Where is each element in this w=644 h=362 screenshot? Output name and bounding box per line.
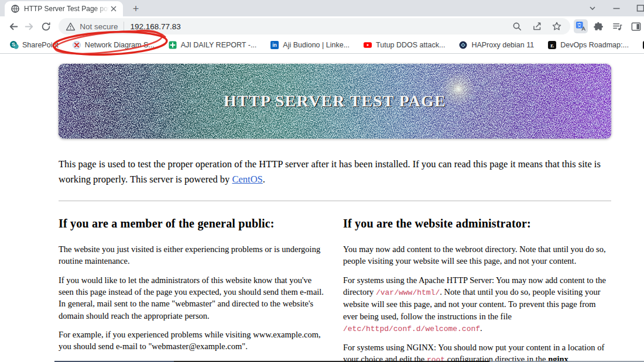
svg-text:S: S	[12, 42, 15, 47]
admin-paragraph-2: For systems using the Apache HTTP Server…	[343, 274, 611, 335]
bookmark-haproxy[interactable]: HAProxy debian 11	[454, 39, 539, 51]
bookmark-network-diagram[interactable]: Network Diagram S...	[67, 39, 159, 51]
website-administrator-section: If you are the website administrator: Yo…	[343, 217, 611, 362]
intro-text: This page is used to test the proper ope…	[59, 158, 601, 185]
maximize-icon[interactable]	[636, 4, 644, 13]
google-translate-icon[interactable]	[574, 19, 588, 33]
public-section-heading: If you are a member of the general publi…	[59, 217, 327, 230]
bookmark-docker-roadmap[interactable]: r. Docker Roadmap -...	[638, 39, 644, 51]
svg-text:r.: r.	[550, 42, 554, 48]
bookmark-aji-daily-report[interactable]: AJI DAILY REPORT -...	[163, 39, 262, 51]
globe-favicon-icon	[11, 4, 20, 13]
bookmark-label: Network Diagram S...	[85, 41, 155, 49]
admin-section-heading: If you are the website administrator:	[343, 217, 611, 230]
intro-paragraph: This page is used to test the proper ope…	[59, 157, 611, 187]
google-sheets-icon	[168, 40, 177, 50]
general-public-section: If you are a member of the general publi…	[59, 217, 327, 362]
bookmark-label: DevOps Roadmap:...	[560, 41, 629, 49]
share-icon[interactable]	[529, 19, 544, 34]
admin-p2-text: .	[480, 323, 482, 333]
bookmark-sharepoint[interactable]: S SharePoint	[5, 39, 63, 51]
roadmap-icon: r.	[547, 40, 557, 50]
public-paragraph-1: The website you just visited is either e…	[59, 243, 327, 267]
extensions-puzzle-icon[interactable]	[591, 19, 607, 34]
tab-title: HTTP Server Test Page powered	[24, 5, 109, 13]
minimize-icon[interactable]	[612, 4, 621, 13]
bookmark-linkedin[interactable]: in Aji Budiono | Linke...	[265, 39, 354, 51]
admin-paragraph-1: You may now add content to the webroot d…	[343, 243, 611, 267]
media-controls-icon[interactable]	[610, 19, 625, 34]
bookmark-youtube[interactable]: Tutup DDOS attack...	[358, 39, 450, 51]
tab-strip: HTTP Server Test Page powered +	[0, 0, 644, 16]
bookmark-label: SharePoint	[22, 41, 59, 49]
bookmark-devops-roadmap[interactable]: r. DevOps Roadmap:...	[543, 39, 633, 51]
centos-link[interactable]: CentOS	[232, 174, 262, 185]
extensions-area	[574, 19, 644, 34]
search-icon[interactable]	[509, 19, 525, 34]
tab-close-icon[interactable]	[109, 4, 118, 13]
browser-window: HTTP Server Test Page powered +	[0, 0, 644, 362]
omnibox-divider	[124, 22, 124, 31]
bookmark-star-icon[interactable]	[549, 19, 564, 34]
network-diagram-icon	[72, 40, 81, 50]
public-paragraph-2: If you would like to let the administrat…	[59, 274, 327, 322]
url-text[interactable]: 192.168.77.83	[130, 22, 180, 31]
forward-button[interactable]	[22, 19, 37, 34]
apache-webroot-path: /var/www/html/	[376, 288, 440, 297]
bookmark-label: HAProxy debian 11	[471, 41, 534, 49]
tab-search-chevron-icon[interactable]	[588, 4, 597, 13]
not-secure-warning-icon[interactable]	[66, 22, 76, 32]
bookmark-label: Tutup DDOS attack...	[376, 41, 445, 49]
banner-title: HTTP SERVER TEST PAGE	[224, 92, 446, 110]
reload-button[interactable]	[39, 19, 53, 34]
security-label[interactable]: Not secure	[80, 22, 118, 31]
admin-paragraph-3: For systems using NGINX: You should now …	[343, 342, 611, 362]
browser-toolbar: Not secure 192.168.77.83	[0, 16, 644, 36]
web-page: HTTP SERVER TEST PAGE HTTP SERVER TEST P…	[0, 54, 644, 362]
back-button[interactable]	[6, 19, 20, 34]
youtube-icon	[363, 40, 372, 50]
welcome-conf-path: /etc/httpd/conf.d/welcome.conf	[343, 325, 480, 333]
bookmarks-bar: S SharePoint Network Diagram S... AJI DA…	[0, 36, 644, 54]
intro-text-after: .	[263, 174, 265, 185]
section-divider	[59, 201, 611, 201]
sharepoint-icon: S	[9, 40, 19, 50]
address-bar[interactable]: Not secure 192.168.77.83	[59, 18, 570, 35]
new-tab-button[interactable]: +	[129, 2, 143, 16]
side-panel-icon[interactable]	[629, 19, 644, 34]
haproxy-icon	[458, 40, 468, 50]
window-controls	[580, 0, 644, 16]
browser-tab[interactable]: HTTP Server Test Page powered	[5, 1, 123, 16]
test-page-banner-image: HTTP SERVER TEST PAGE HTTP SERVER TEST P…	[59, 64, 611, 139]
svg-text:in: in	[273, 42, 278, 48]
bookmark-label: AJI DAILY REPORT -...	[181, 41, 257, 49]
bookmark-label: Aji Budiono | Linke...	[283, 41, 350, 49]
linkedin-icon: in	[270, 40, 279, 50]
public-paragraph-3: For example, if you experienced problems…	[59, 329, 327, 353]
